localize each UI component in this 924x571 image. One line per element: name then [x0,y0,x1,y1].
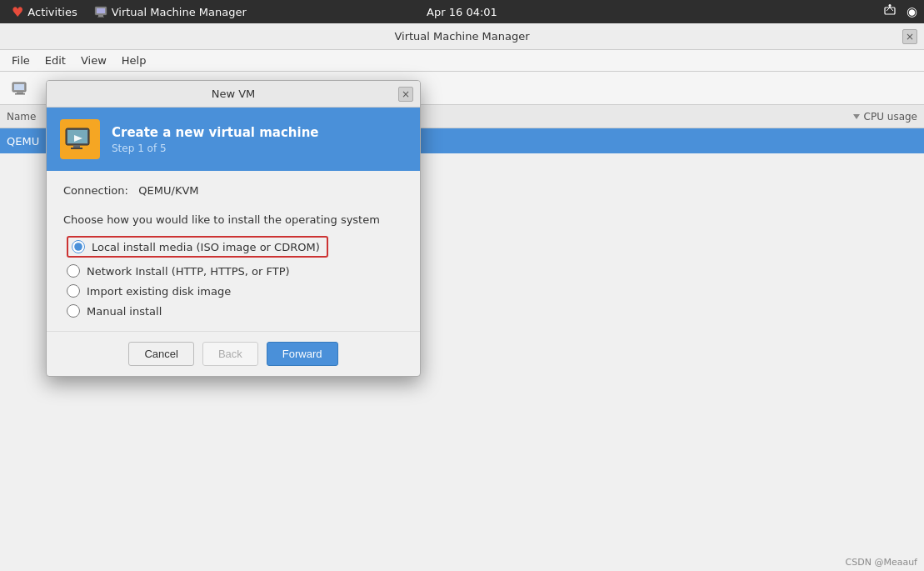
dialog-header-icon [60,119,100,159]
connection-label: Connection: [63,184,128,197]
dialog-header: Create a new virtual machine Step 1 of 5 [47,108,420,171]
activities-icon: ♥ [12,4,23,20]
app-titlebar: Virtual Machine Manager × [0,23,924,50]
option-import-label: Import existing disk image [87,285,231,298]
svg-rect-1 [97,8,105,13]
option-local-box: Local install media (ISO image or CDROM) [67,236,328,258]
power-icon[interactable]: ◉ [907,4,917,19]
vm-manager-icon [94,5,107,18]
new-vm-dialog: New VM × Crea [46,80,421,377]
option-network-label: Network Install (HTTP, HTTPS, or FTP) [87,265,290,278]
option-local[interactable]: Local install media (ISO image or CDROM) [67,236,403,258]
vm-manager-button[interactable]: Virtual Machine Manager [87,3,253,20]
app-main: Name CPU usage QEMU New VM × [0,72,924,571]
back-button[interactable]: Back [202,342,258,366]
svg-rect-16 [73,145,80,148]
system-bar-right: ◉ [883,3,917,20]
dialog-footer: Cancel Back Forward [47,331,420,376]
system-bar: ♥ Activities Virtual Machine Manager Apr… [0,0,924,23]
menu-view[interactable]: View [74,52,113,69]
dialog-title: New VM [212,88,256,100]
svg-line-7 [887,8,890,11]
option-manual-label: Manual install [87,305,162,318]
dialog-header-text: Create a new virtual machine Step 1 of 5 [112,125,319,154]
option-network[interactable]: Network Install (HTTP, HTTPS, or FTP) [67,264,403,278]
svg-rect-17 [71,148,82,149]
system-bar-left: ♥ Activities Virtual Machine Manager [7,3,253,22]
datetime-display: Apr 16 04:01 [427,6,497,18]
connection-row: Connection: QEMU/KVM [63,184,403,197]
option-local-label: Local install media (ISO image or CDROM) [92,241,320,253]
menu-edit[interactable]: Edit [38,52,72,69]
menu-help[interactable]: Help [115,52,153,69]
option-import[interactable]: Import existing disk image [67,284,403,298]
forward-button[interactable]: Forward [267,342,338,366]
radio-local[interactable] [72,240,85,253]
app-title: Virtual Machine Manager [394,30,529,43]
dialog-main-title: Create a new virtual machine [112,125,319,140]
svg-rect-4 [885,8,895,14]
activities-label: Activities [27,6,77,18]
vm-header-icon [65,126,95,153]
install-options: Local install media (ISO image or CDROM)… [67,236,403,318]
svg-rect-2 [98,15,103,17]
app-close-button[interactable]: × [902,29,917,44]
svg-line-8 [890,8,893,11]
vm-manager-label: Virtual Machine Manager [112,6,247,18]
connection-value: QEMU/KVM [138,184,198,197]
network-icon[interactable] [883,3,897,20]
dialog-step: Step 1 of 5 [112,143,319,154]
svg-rect-3 [97,17,104,18]
app-menubar: File Edit View Help [0,50,924,72]
cancel-button[interactable]: Cancel [128,342,193,366]
install-prompt: Choose how you would like to install the… [63,213,403,226]
radio-network[interactable] [67,264,80,278]
svg-point-5 [888,4,891,7]
dialog-overlay: New VM × Crea [0,72,924,571]
option-manual[interactable]: Manual install [67,304,403,318]
radio-manual[interactable] [67,304,80,318]
dialog-close-button[interactable]: × [398,87,413,102]
menu-file[interactable]: File [5,52,37,69]
activities-button[interactable]: ♥ Activities [7,3,82,22]
radio-import[interactable] [67,284,80,298]
dialog-titlebar: New VM × [47,81,420,108]
dialog-body: Connection: QEMU/KVM Choose how you woul… [47,171,420,331]
